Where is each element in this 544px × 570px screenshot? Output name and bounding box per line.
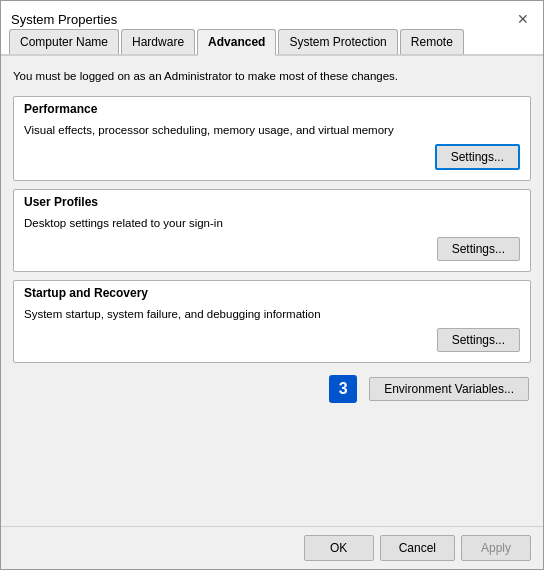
env-variables-row: 3 Environment Variables... xyxy=(13,371,531,405)
tab-system-protection[interactable]: System Protection xyxy=(278,29,397,54)
cancel-button[interactable]: Cancel xyxy=(380,535,455,561)
user-profiles-desc: Desktop settings related to your sign-in xyxy=(24,217,520,229)
apply-button: Apply xyxy=(461,535,531,561)
startup-recovery-group: Startup and Recovery System startup, sys… xyxy=(13,280,531,363)
close-button[interactable]: ✕ xyxy=(513,9,533,29)
window-title: System Properties xyxy=(11,12,117,27)
startup-recovery-desc: System startup, system failure, and debu… xyxy=(24,308,520,320)
tab-hardware[interactable]: Hardware xyxy=(121,29,195,54)
tabs-container: Computer Name Hardware Advanced System P… xyxy=(1,29,543,56)
performance-settings-button[interactable]: Settings... xyxy=(435,144,520,170)
startup-recovery-label: Startup and Recovery xyxy=(14,281,530,302)
tab-advanced[interactable]: Advanced xyxy=(197,29,276,56)
environment-variables-button[interactable]: Environment Variables... xyxy=(369,377,529,401)
performance-group: Performance Visual effects, processor sc… xyxy=(13,96,531,181)
content-area: You must be logged on as an Administrato… xyxy=(1,56,543,526)
ok-button[interactable]: OK xyxy=(304,535,374,561)
performance-label: Performance xyxy=(14,97,530,118)
performance-desc: Visual effects, processor scheduling, me… xyxy=(24,124,520,136)
startup-recovery-settings-button[interactable]: Settings... xyxy=(437,328,520,352)
user-profiles-group: User Profiles Desktop settings related t… xyxy=(13,189,531,272)
user-profiles-settings-button[interactable]: Settings... xyxy=(437,237,520,261)
system-properties-window: System Properties ✕ Computer Name Hardwa… xyxy=(0,0,544,570)
admin-notice: You must be logged on as an Administrato… xyxy=(13,66,531,88)
tab-remote[interactable]: Remote xyxy=(400,29,464,54)
title-bar: System Properties ✕ xyxy=(1,1,543,29)
footer: OK Cancel Apply xyxy=(1,526,543,569)
env-badge: 3 xyxy=(329,375,357,403)
user-profiles-label: User Profiles xyxy=(14,190,530,211)
tab-computer-name[interactable]: Computer Name xyxy=(9,29,119,54)
